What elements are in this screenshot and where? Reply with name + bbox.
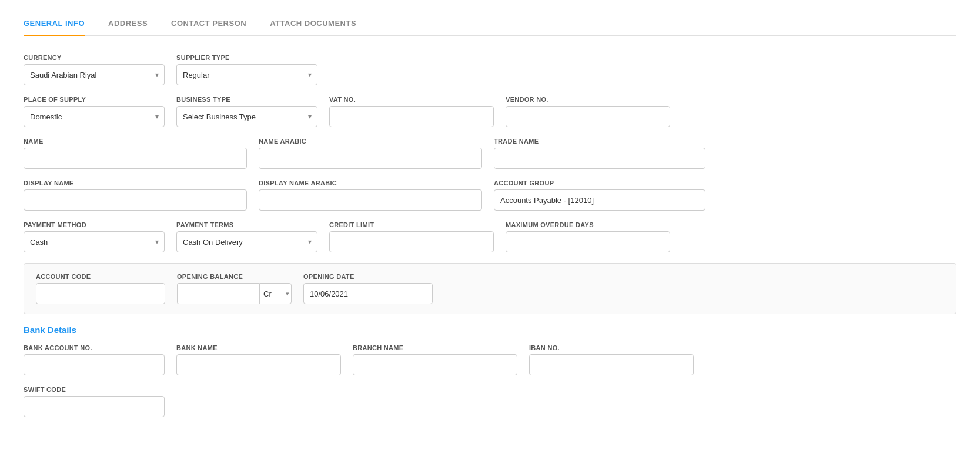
currency-group: CURRENCY Saudi Arabian Riyal bbox=[24, 54, 165, 85]
vat-no-group: VAT NO. bbox=[329, 96, 494, 127]
account-code-label: ACCOUNT CODE bbox=[36, 273, 165, 280]
vendor-no-input[interactable] bbox=[506, 106, 670, 127]
bank-name-input[interactable] bbox=[176, 354, 341, 375]
tab-address[interactable]: ADDRESS bbox=[108, 12, 148, 36]
branch-name-input[interactable] bbox=[353, 354, 517, 375]
opening-date-group: OPENING DATE bbox=[303, 273, 433, 304]
maximum-overdue-days-group: MAXIMUM OVERDUE DAYS bbox=[506, 221, 670, 252]
tab-general-info[interactable]: GENERAL INFO bbox=[24, 12, 85, 36]
display-name-arabic-label: DISPLAY NAME ARABIC bbox=[259, 179, 482, 187]
credit-limit-label: CREDIT LIMIT bbox=[329, 221, 494, 228]
opening-balance-label: OPENING BALANCE bbox=[177, 273, 292, 280]
payment-terms-select-wrapper: Cash On Delivery bbox=[176, 231, 317, 252]
credit-limit-group: CREDIT LIMIT bbox=[329, 221, 494, 252]
bank-account-no-input[interactable] bbox=[24, 354, 165, 375]
opening-date-input[interactable] bbox=[303, 283, 433, 304]
business-type-label: BUSINESS TYPE bbox=[176, 96, 317, 103]
name-arabic-label: NAME ARABIC bbox=[259, 138, 482, 145]
row-supply-business: PLACE OF SUPPLY Domestic BUSINESS TYPE S… bbox=[24, 96, 956, 127]
branch-name-group: BRANCH NAME bbox=[353, 344, 517, 375]
maximum-overdue-days-label: MAXIMUM OVERDUE DAYS bbox=[506, 221, 670, 228]
row-display-names: DISPLAY NAME DISPLAY NAME ARABIC ACCOUNT… bbox=[24, 179, 956, 211]
display-name-arabic-group: DISPLAY NAME ARABIC bbox=[259, 179, 482, 211]
supplier-type-select[interactable]: Regular bbox=[176, 64, 317, 85]
maximum-overdue-days-input[interactable] bbox=[506, 231, 670, 252]
row-bank-details: BANK ACCOUNT NO. BANK NAME BRANCH NAME I… bbox=[24, 344, 956, 375]
swift-code-label: SWIFT CODE bbox=[24, 386, 165, 393]
place-of-supply-select[interactable]: Domestic bbox=[24, 106, 165, 127]
display-name-input[interactable] bbox=[24, 189, 247, 211]
iban-no-input[interactable] bbox=[529, 354, 694, 375]
display-name-label: DISPLAY NAME bbox=[24, 179, 247, 187]
name-group: NAME bbox=[24, 138, 247, 169]
payment-method-group: PAYMENT METHOD Cash bbox=[24, 221, 165, 252]
payment-method-label: PAYMENT METHOD bbox=[24, 221, 165, 228]
supplier-type-select-wrapper: Regular bbox=[176, 64, 317, 85]
opening-balance-input[interactable] bbox=[177, 283, 259, 304]
display-name-arabic-input[interactable] bbox=[259, 189, 482, 211]
trade-name-input[interactable] bbox=[494, 148, 705, 169]
trade-name-label: TRADE NAME bbox=[494, 138, 705, 145]
payment-method-select[interactable]: Cash bbox=[24, 231, 165, 252]
account-code-group: ACCOUNT CODE bbox=[36, 273, 165, 304]
account-group-group: ACCOUNT GROUP bbox=[494, 179, 705, 211]
iban-no-group: IBAN NO. bbox=[529, 344, 694, 375]
place-of-supply-select-wrapper: Domestic bbox=[24, 106, 165, 127]
account-group-input[interactable] bbox=[494, 189, 705, 211]
bank-account-no-label: BANK ACCOUNT NO. bbox=[24, 344, 165, 351]
vat-no-label: VAT NO. bbox=[329, 96, 494, 103]
cr-select-wrapper: Cr Dr bbox=[259, 283, 292, 304]
opening-date-label: OPENING DATE bbox=[303, 273, 433, 280]
general-info-form: CURRENCY Saudi Arabian Riyal SUPPLIER TY… bbox=[24, 54, 956, 417]
business-type-group: BUSINESS TYPE Select Business Type bbox=[176, 96, 317, 127]
cr-select[interactable]: Cr Dr bbox=[259, 283, 292, 304]
trade-name-group: TRADE NAME bbox=[494, 138, 705, 169]
vendor-no-group: VENDOR NO. bbox=[506, 96, 670, 127]
iban-no-label: IBAN NO. bbox=[529, 344, 694, 351]
currency-select-wrapper: Saudi Arabian Riyal bbox=[24, 64, 165, 85]
opening-balance-wrapper: Cr Dr bbox=[177, 283, 292, 304]
branch-name-label: BRANCH NAME bbox=[353, 344, 517, 351]
name-arabic-input[interactable] bbox=[259, 148, 482, 169]
display-name-group: DISPLAY NAME bbox=[24, 179, 247, 211]
business-type-select-wrapper: Select Business Type bbox=[176, 106, 317, 127]
bank-details-title: Bank Details bbox=[24, 325, 956, 335]
credit-limit-input[interactable] bbox=[329, 231, 494, 252]
place-of-supply-label: PLACE OF SUPPLY bbox=[24, 96, 165, 103]
opening-balance-box: ACCOUNT CODE OPENING BALANCE Cr Dr bbox=[24, 263, 956, 314]
account-group-label: ACCOUNT GROUP bbox=[494, 179, 705, 187]
vendor-no-label: VENDOR NO. bbox=[506, 96, 670, 103]
place-of-supply-group: PLACE OF SUPPLY Domestic bbox=[24, 96, 165, 127]
currency-select[interactable]: Saudi Arabian Riyal bbox=[24, 64, 165, 85]
row-payment: PAYMENT METHOD Cash PAYMENT TERMS Cash O… bbox=[24, 221, 956, 252]
row-swift: SWIFT CODE bbox=[24, 386, 956, 417]
swift-code-input[interactable] bbox=[24, 396, 165, 417]
tab-attach-documents[interactable]: ATTACH DOCUMENTS bbox=[270, 12, 356, 36]
bank-account-no-group: BANK ACCOUNT NO. bbox=[24, 344, 165, 375]
payment-terms-label: PAYMENT TERMS bbox=[176, 221, 317, 228]
supplier-type-label: SUPPLIER TYPE bbox=[176, 54, 317, 61]
supplier-type-group: SUPPLIER TYPE Regular bbox=[176, 54, 317, 85]
name-arabic-group: NAME ARABIC bbox=[259, 138, 482, 169]
tabs-nav: GENERAL INFO ADDRESS CONTACT PERSON ATTA… bbox=[24, 12, 956, 36]
row-currency-supplier: CURRENCY Saudi Arabian Riyal SUPPLIER TY… bbox=[24, 54, 956, 85]
payment-terms-select[interactable]: Cash On Delivery bbox=[176, 231, 317, 252]
payment-terms-group: PAYMENT TERMS Cash On Delivery bbox=[176, 221, 317, 252]
vat-no-input[interactable] bbox=[329, 106, 494, 127]
bank-name-group: BANK NAME bbox=[176, 344, 341, 375]
swift-code-group: SWIFT CODE bbox=[24, 386, 165, 417]
tab-contact-person[interactable]: CONTACT PERSON bbox=[171, 12, 246, 36]
opening-balance-group: OPENING BALANCE Cr Dr bbox=[177, 273, 292, 304]
row-opening: ACCOUNT CODE OPENING BALANCE Cr Dr bbox=[36, 273, 944, 304]
row-names: NAME NAME ARABIC TRADE NAME bbox=[24, 138, 956, 169]
name-label: NAME bbox=[24, 138, 247, 145]
name-input[interactable] bbox=[24, 148, 247, 169]
payment-method-select-wrapper: Cash bbox=[24, 231, 165, 252]
bank-name-label: BANK NAME bbox=[176, 344, 341, 351]
business-type-select[interactable]: Select Business Type bbox=[176, 106, 317, 127]
currency-label: CURRENCY bbox=[24, 54, 165, 61]
account-code-input[interactable] bbox=[36, 283, 165, 304]
